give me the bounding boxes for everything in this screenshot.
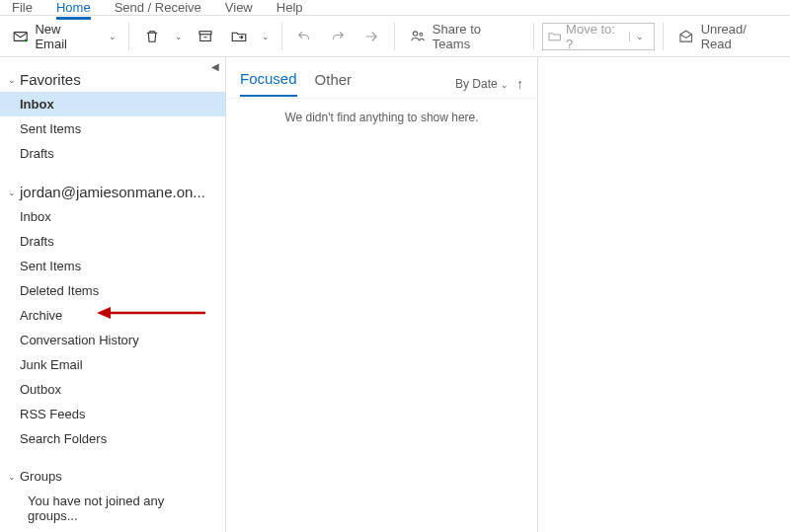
trash-icon bbox=[143, 28, 161, 45]
undo-button[interactable] bbox=[289, 24, 319, 49]
arrow-right-icon bbox=[362, 28, 380, 45]
teams-icon bbox=[409, 28, 426, 45]
folder-sent-items[interactable]: Sent Items bbox=[0, 254, 225, 278]
folder-move-icon bbox=[230, 28, 248, 45]
archive-button[interactable] bbox=[191, 24, 220, 49]
mail-icon bbox=[12, 28, 29, 45]
folder-drafts[interactable]: Drafts bbox=[0, 229, 225, 254]
delete-button[interactable] bbox=[137, 24, 167, 49]
sort-button[interactable]: By Date ⌄ bbox=[455, 77, 509, 91]
forward-button[interactable] bbox=[356, 24, 386, 49]
move-dropdown[interactable]: ⌄ bbox=[258, 32, 274, 41]
chevron-down-icon: ⌄ bbox=[8, 472, 18, 482]
groups-header[interactable]: ⌄ Groups bbox=[0, 465, 225, 488]
envelope-open-icon bbox=[677, 28, 694, 45]
new-email-label: New Email bbox=[35, 22, 94, 51]
main-area: ◀ ⌄ Favorites Inbox Sent Items Drafts ⌄ … bbox=[0, 57, 790, 532]
groups-section: ⌄ Groups You have not joined any groups.… bbox=[0, 455, 225, 532]
reading-pane bbox=[538, 57, 790, 532]
move-button[interactable] bbox=[224, 24, 254, 49]
moveto-dropdown[interactable]: ⌄ bbox=[629, 32, 650, 41]
account-header[interactable]: ⌄ jordan@jamiesonmane.on... bbox=[0, 180, 225, 204]
folder-deleted-items[interactable]: Deleted Items bbox=[0, 278, 225, 303]
redo-button[interactable] bbox=[323, 24, 353, 49]
folder-search-folders[interactable]: Search Folders bbox=[0, 426, 225, 451]
redo-icon bbox=[329, 28, 347, 45]
folder-icon bbox=[547, 29, 562, 44]
folder-inbox[interactable]: Inbox bbox=[0, 92, 225, 116]
separator bbox=[128, 23, 129, 50]
unread-read-label: Unread/ Read bbox=[701, 22, 778, 51]
folder-pane: ◀ ⌄ Favorites Inbox Sent Items Drafts ⌄ … bbox=[0, 57, 226, 532]
pivot-other[interactable]: Other bbox=[315, 71, 353, 96]
tab-send-receive[interactable]: Send / Receive bbox=[115, 0, 201, 17]
tab-view[interactable]: View bbox=[225, 0, 253, 17]
archive-icon bbox=[197, 28, 214, 45]
separator bbox=[663, 23, 664, 50]
folder-drafts[interactable]: Drafts bbox=[0, 141, 225, 166]
groups-empty-msg: You have not joined any groups... bbox=[0, 488, 225, 529]
svg-point-3 bbox=[420, 33, 423, 36]
svg-point-2 bbox=[414, 31, 418, 35]
pivot-focused[interactable]: Focused bbox=[240, 70, 297, 97]
folder-sent-items[interactable]: Sent Items bbox=[0, 116, 225, 141]
chevron-down-icon: ⌄ bbox=[501, 80, 509, 90]
svg-rect-1 bbox=[199, 31, 211, 34]
chevron-down-icon: ⌄ bbox=[8, 188, 18, 197]
account-section: ⌄ jordan@jamiesonmane.on... Inbox Drafts… bbox=[0, 170, 225, 455]
message-list-pane: Focused Other By Date ⌄ ↑ We didn't find… bbox=[226, 57, 538, 532]
folder-conversation-history[interactable]: Conversation History bbox=[0, 328, 225, 352]
separator bbox=[281, 23, 282, 50]
ribbon-tabs: File Home Send / Receive View Help bbox=[0, 0, 790, 16]
share-teams-button[interactable]: Share to Teams bbox=[403, 18, 524, 55]
message-list-header: Focused Other By Date ⌄ ↑ bbox=[226, 57, 537, 99]
folder-inbox[interactable]: Inbox bbox=[0, 204, 225, 229]
sort-direction-icon[interactable]: ↑ bbox=[516, 76, 523, 92]
new-email-button[interactable]: New Email bbox=[6, 18, 101, 55]
separator bbox=[394, 23, 395, 50]
tab-help[interactable]: Help bbox=[276, 0, 303, 17]
collapse-pane-icon[interactable]: ◀ bbox=[211, 61, 219, 72]
favorites-header[interactable]: ⌄ Favorites bbox=[0, 67, 225, 92]
moveto-label: Move to: ? bbox=[566, 22, 623, 51]
account-title: jordan@jamiesonmane.on... bbox=[20, 184, 205, 200]
empty-message: We didn't find anything to show here. bbox=[226, 99, 537, 136]
share-teams-label: Share to Teams bbox=[433, 22, 519, 51]
tab-file[interactable]: File bbox=[12, 0, 33, 17]
favorites-title: Favorites bbox=[20, 71, 81, 88]
new-email-dropdown[interactable]: ⌄ bbox=[105, 32, 120, 41]
undo-icon bbox=[295, 28, 313, 45]
ribbon-toolbar: New Email ⌄ ⌄ ⌄ Share to Teams Move to: … bbox=[0, 16, 790, 57]
folder-archive[interactable]: Archive bbox=[0, 303, 225, 328]
folder-outbox[interactable]: Outbox bbox=[0, 377, 225, 402]
favorites-section: ⌄ Favorites Inbox Sent Items Drafts bbox=[0, 57, 225, 170]
delete-dropdown[interactable]: ⌄ bbox=[171, 32, 187, 41]
unread-read-button[interactable]: Unread/ Read bbox=[672, 18, 784, 55]
groups-title: Groups bbox=[20, 469, 62, 484]
folder-rss-feeds[interactable]: RSS Feeds bbox=[0, 402, 225, 426]
folder-junk-email[interactable]: Junk Email bbox=[0, 352, 225, 377]
chevron-down-icon: ⌄ bbox=[8, 75, 18, 85]
separator bbox=[533, 23, 534, 50]
moveto-combo[interactable]: Move to: ? ⌄ bbox=[542, 23, 655, 50]
